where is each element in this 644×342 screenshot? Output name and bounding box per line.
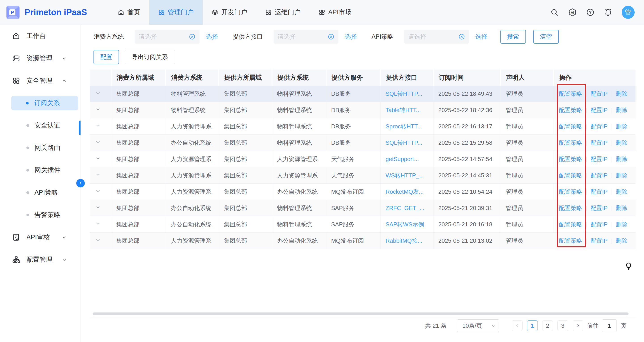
expand-cell[interactable]: [90, 118, 111, 135]
action-configure-ip-link[interactable]: 配置IP: [590, 156, 608, 162]
ai-assistant-icon[interactable]: AI: [568, 8, 577, 17]
interface-link[interactable]: getSupport...: [386, 156, 419, 162]
lightbulb-icon[interactable]: [625, 262, 632, 271]
action-configure-ip-link[interactable]: 配置IP: [590, 237, 608, 244]
action-delete-link[interactable]: 删除: [616, 107, 628, 114]
bell-icon[interactable]: [604, 8, 613, 17]
expand-cell[interactable]: [90, 167, 111, 184]
clear-circle-icon[interactable]: [328, 33, 334, 40]
action-delete-link[interactable]: 删除: [616, 205, 628, 211]
expand-row-icon[interactable]: [95, 106, 101, 112]
expand-row-icon[interactable]: [95, 139, 101, 145]
table-row[interactable]: 集团总部办公自动化系统集团总部物料管理系统DB服务SQL转HTTP...2025…: [90, 135, 636, 151]
table-row[interactable]: 集团总部办公自动化系统集团总部物料管理系统SAP服务ZRFC_GET_...20…: [90, 200, 636, 216]
expand-cell[interactable]: [90, 232, 111, 249]
action-configure-policy-link[interactable]: 配置策略: [559, 139, 582, 146]
expand-row-icon[interactable]: [95, 221, 101, 226]
expand-row-icon[interactable]: [95, 172, 101, 178]
table-row[interactable]: 集团总部人力资源管理系集团总部办公自动化系统MQ发布订阅RocketMQ发...…: [90, 184, 636, 200]
action-configure-policy-link[interactable]: 配置策略: [559, 123, 582, 130]
action-configure-policy-link[interactable]: 配置策略: [559, 237, 582, 244]
clear-circle-icon[interactable]: [189, 33, 196, 40]
table-row[interactable]: 集团总部人力资源管理系集团总部物料管理系统DB服务Sproc转HTT...202…: [90, 118, 636, 135]
table-row[interactable]: 集团总部人力资源管理系集团总部办公自动化系统MQ发布订阅RabbitMQ接...…: [90, 232, 636, 249]
interface-link[interactable]: WS转HTTP_...: [386, 172, 424, 179]
action-configure-ip-link[interactable]: 配置IP: [590, 90, 608, 97]
provider-interface-select-link[interactable]: 选择: [345, 33, 357, 41]
table-row[interactable]: 集团总部物料管理系统集团总部物料管理系统DB服务Table转HTT...2025…: [90, 102, 636, 118]
action-configure-policy-link[interactable]: 配置策略: [559, 156, 582, 162]
expand-cell[interactable]: [90, 200, 111, 216]
nav-api-market[interactable]: API市场: [310, 0, 360, 24]
help-icon[interactable]: ?: [586, 8, 595, 17]
action-configure-ip-link[interactable]: 配置IP: [590, 107, 608, 114]
next-page-button[interactable]: [573, 320, 584, 331]
nav-ops-portal[interactable]: 运维门户: [256, 0, 310, 24]
expand-row-icon[interactable]: [95, 123, 101, 128]
sidebar-item-security[interactable]: 安全管理: [0, 70, 80, 92]
action-configure-policy-link[interactable]: 配置策略: [559, 172, 582, 179]
table-row[interactable]: 集团总部人力资源管理系集团总部人力资源管理系天气服务WS转HTTP_...202…: [90, 167, 636, 184]
interface-link[interactable]: Sproc转HTT...: [386, 123, 422, 130]
page-button-2[interactable]: 2: [542, 320, 553, 331]
action-configure-policy-link[interactable]: 配置策略: [559, 107, 582, 114]
action-configure-policy-link[interactable]: 配置策略: [559, 90, 582, 97]
consumer-system-input[interactable]: 请选择: [135, 30, 200, 44]
action-delete-link[interactable]: 删除: [616, 123, 628, 130]
consumer-system-select-link[interactable]: 选择: [206, 33, 218, 41]
provider-interface-input[interactable]: 请选择: [274, 30, 338, 44]
expand-cell[interactable]: [90, 151, 111, 167]
sidebar-item-auth[interactable]: 安全认证: [0, 114, 80, 137]
sidebar-item-alert-policy[interactable]: 告警策略: [0, 204, 80, 226]
page-button-1[interactable]: 1: [527, 320, 538, 331]
action-delete-link[interactable]: 删除: [616, 237, 628, 244]
brand-logo[interactable]: P Primeton iPaaS: [6, 5, 100, 20]
table-row[interactable]: 集团总部人力资源管理系集团总部人力资源管理系天气服务getSupport...2…: [90, 151, 636, 167]
sidebar-item-api-policy[interactable]: API策略: [0, 182, 80, 204]
prev-page-button[interactable]: [512, 320, 522, 331]
interface-link[interactable]: Table转HTT...: [386, 107, 421, 114]
table-row[interactable]: 集团总部办公自动化系统集团总部物料管理系统SAP服务SAP转WS示例2025-0…: [90, 216, 636, 232]
action-configure-ip-link[interactable]: 配置IP: [590, 139, 608, 146]
action-configure-policy-link[interactable]: 配置策略: [559, 221, 582, 228]
sidebar-collapse-button[interactable]: [76, 179, 85, 188]
configure-button[interactable]: 配置: [94, 50, 119, 64]
nav-admin-portal[interactable]: 管理门户: [149, 0, 203, 24]
interface-link[interactable]: ZRFC_GET_...: [386, 205, 424, 211]
page-button-3[interactable]: 3: [558, 320, 568, 331]
table-row[interactable]: 集团总部物料管理系统集团总部物料管理系统DB服务SQL转HTTP...2025-…: [90, 86, 636, 102]
interface-link[interactable]: SAP转WS示例: [386, 221, 424, 228]
clear-button[interactable]: 清空: [533, 30, 559, 44]
api-policy-select-link[interactable]: 选择: [475, 33, 488, 41]
action-configure-ip-link[interactable]: 配置IP: [590, 123, 608, 130]
nav-home[interactable]: 首页: [109, 0, 149, 24]
clear-circle-icon[interactable]: [458, 33, 465, 40]
sidebar-item-config[interactable]: 配置管理: [0, 248, 80, 271]
action-configure-ip-link[interactable]: 配置IP: [590, 221, 608, 228]
expand-row-icon[interactable]: [95, 204, 101, 210]
sidebar-item-workbench[interactable]: 工作台: [0, 25, 80, 47]
action-configure-policy-link[interactable]: 配置策略: [559, 205, 582, 211]
goto-page-input[interactable]: 1: [602, 320, 617, 332]
action-configure-policy-link[interactable]: 配置策略: [559, 188, 582, 195]
expand-cell[interactable]: [90, 135, 111, 151]
sidebar-item-subscriptions[interactable]: 订阅关系: [0, 92, 80, 114]
expand-cell[interactable]: [90, 86, 111, 102]
search-icon[interactable]: [550, 8, 559, 17]
interface-link[interactable]: SQL转HTTP...: [386, 90, 422, 97]
expand-cell[interactable]: [90, 102, 111, 118]
interface-link[interactable]: SQL转HTTP...: [386, 139, 422, 146]
search-button[interactable]: 搜索: [500, 30, 526, 44]
api-policy-input[interactable]: 请选择: [404, 30, 469, 44]
nav-dev-portal[interactable]: 开发门户: [203, 0, 256, 24]
action-delete-link[interactable]: 删除: [616, 90, 628, 97]
expand-row-icon[interactable]: [95, 188, 101, 194]
action-configure-ip-link[interactable]: 配置IP: [590, 205, 608, 211]
expand-row-icon[interactable]: [95, 237, 101, 243]
sidebar-item-api-audit[interactable]: API审核: [0, 226, 80, 248]
export-subscriptions-button[interactable]: 导出订阅关系: [125, 50, 175, 64]
expand-row-icon[interactable]: [95, 156, 101, 161]
action-delete-link[interactable]: 删除: [616, 221, 628, 228]
horizontal-scrollbar[interactable]: [92, 312, 628, 315]
action-delete-link[interactable]: 删除: [616, 172, 628, 179]
